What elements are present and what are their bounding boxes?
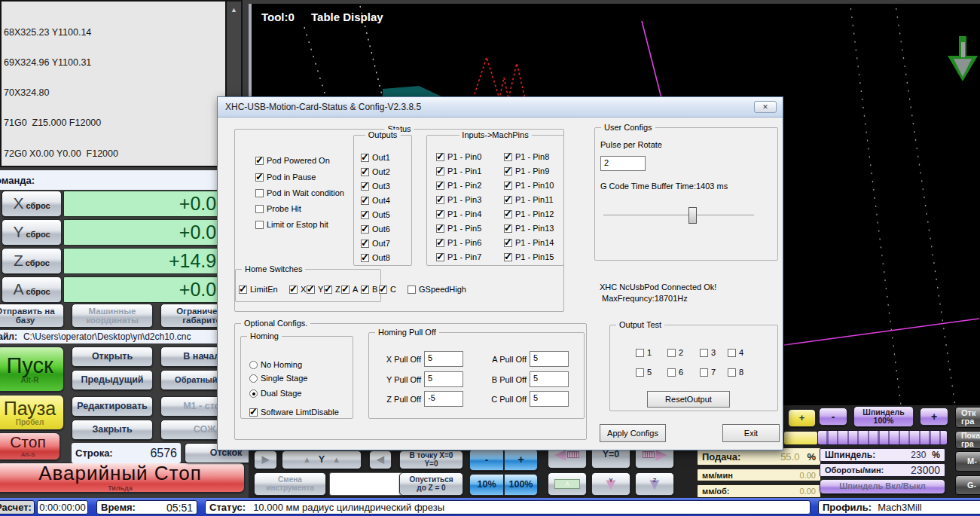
gcode-list[interactable]: 68X325.23 Y1100.14 69X324.96 Y1100.31 70… <box>2 2 225 166</box>
jog-x-minus-button[interactable]: ◀ <box>369 450 392 469</box>
checkbox-pin7[interactable]: P1 - Pin7 <box>436 252 481 262</box>
checkbox-out7[interactable]: Out7 <box>361 238 390 249</box>
checkbox-pin11[interactable]: P1 - Pin11 <box>504 194 554 205</box>
line-number-box[interactable]: Строка: 6576 <box>72 443 181 463</box>
spindle-percent-box[interactable]: Шпиндель: 230 % <box>820 448 945 462</box>
checkbox-test-4[interactable]: 4 <box>728 347 743 358</box>
edge-button-1[interactable]: Отк гра <box>955 407 980 428</box>
checkbox-pin4[interactable]: P1 - Pin4 <box>436 209 481 219</box>
checkbox-pod-in-pause[interactable]: Pod in Pause <box>255 172 316 182</box>
jog-step-minus-button[interactable]: - <box>469 449 504 471</box>
spindle-rpm-box[interactable]: Обороты/мин: 23000 <box>820 463 945 477</box>
checkbox-test-3[interactable]: 3 <box>700 347 716 358</box>
checkbox-test-8[interactable]: 8 <box>728 367 743 377</box>
z-pull-off-input[interactable]: -5 <box>424 391 463 407</box>
checkbox-pin13[interactable]: P1 - Pin13 <box>504 223 554 234</box>
y-zero-button[interactable]: Y сброс <box>2 219 62 246</box>
checkbox-test-1[interactable]: 1 <box>636 347 652 358</box>
y-down-arrow-button[interactable]: ▼ Y <box>591 472 630 496</box>
pause-button[interactable]: Пауза Пробел <box>0 395 64 430</box>
checkbox-limiten[interactable]: LimitEn <box>239 284 278 295</box>
stop-button[interactable]: Стоп Alt-S <box>0 432 60 460</box>
checkbox-test-2[interactable]: 2 <box>667 347 683 358</box>
checkbox-pin2[interactable]: P1 - Pin2 <box>436 180 481 191</box>
checkbox-pin15[interactable]: P1 - Pin15 <box>504 252 554 262</box>
close-file-button[interactable]: Закрыть <box>72 420 153 440</box>
radio-dual-stage[interactable]: Dual Stage <box>249 388 301 398</box>
open-file-button[interactable]: Открыть <box>72 347 153 367</box>
a-zero-button[interactable]: A сброс <box>2 276 62 303</box>
jog-10pct-button[interactable]: 10% <box>469 474 504 496</box>
checkbox-test-7[interactable]: 7 <box>700 367 716 377</box>
checkbox-home-y[interactable]: Y <box>307 284 323 295</box>
checkbox-out6[interactable]: Out6 <box>361 224 390 234</box>
z-zero-button[interactable]: Z сброс <box>2 248 62 274</box>
radio-single-stage[interactable]: Single Stage <box>249 373 307 383</box>
spindle-100pct-button[interactable]: Шпиндель 100% <box>853 406 914 427</box>
chevron-up-button[interactable]: ∧ <box>548 472 587 496</box>
checkbox-test-5[interactable]: 5 <box>636 367 652 377</box>
checkbox-pin12[interactable]: P1 - Pin12 <box>504 209 554 219</box>
c-pull-off-input[interactable]: 5 <box>530 391 569 407</box>
checkbox-pin5[interactable]: P1 - Pin5 <box>436 223 481 234</box>
checkbox-pod-in-wait[interactable]: Pod in Wait condition <box>255 188 344 198</box>
radio-no-homing[interactable]: No Homing <box>249 359 302 370</box>
x-zero-button[interactable]: X сброс <box>2 191 62 217</box>
spindle-plus-button[interactable]: + <box>920 408 948 426</box>
checkbox-home-z[interactable]: Z <box>324 284 340 295</box>
jog-step-plus-button[interactable]: + <box>504 449 538 471</box>
edge-button-2[interactable]: Пока гра <box>955 431 980 449</box>
checkbox-test-6[interactable]: 6 <box>667 367 683 377</box>
checkbox-software-limit-disable[interactable]: Software LimtDisable <box>249 407 339 417</box>
checkbox-gspeedhigh[interactable]: GSpeedHigh <box>408 284 466 295</box>
b-pull-off-input[interactable]: 5 <box>530 371 569 387</box>
checkbox-pin1[interactable]: P1 - Pin1 <box>436 166 481 176</box>
checkbox-pin8[interactable]: P1 - Pin8 <box>504 151 549 162</box>
prev-line-button[interactable]: Предыдущий <box>72 370 153 390</box>
checkbox-pin14[interactable]: P1 - Pin14 <box>504 237 554 248</box>
jog-x-plus-button[interactable]: ▶ <box>254 450 277 469</box>
a-pull-off-input[interactable]: 5 <box>530 351 569 367</box>
command-row[interactable]: Команда: <box>0 170 218 190</box>
checkbox-home-a[interactable]: A <box>341 284 358 295</box>
buffer-slider-thumb[interactable] <box>688 207 697 224</box>
checkbox-out1[interactable]: Out1 <box>361 152 390 163</box>
checkbox-pod-powered-on[interactable]: Pod Powered On <box>255 155 330 166</box>
tool-change-button[interactable]: Смена инструмента <box>254 472 326 496</box>
y-pull-off-input[interactable]: 5 <box>424 371 463 387</box>
checkbox-pin3[interactable]: P1 - Pin3 <box>436 194 481 205</box>
reset-output-button[interactable]: ResetOutput <box>647 391 730 408</box>
goto-xy-zero-button[interactable]: В точку X=0 Y=0 <box>399 450 463 469</box>
checkbox-home-x[interactable]: X <box>289 284 306 295</box>
z-down-arrow-button[interactable]: ▼ Z <box>635 472 674 496</box>
apply-configs-button[interactable]: Apply Configs <box>600 424 666 442</box>
buffer-slider-track[interactable] <box>603 215 754 216</box>
edit-file-button[interactable]: Редактировать <box>72 396 153 417</box>
exit-button[interactable]: Exit <box>722 424 780 442</box>
goto-z-zero-button[interactable]: Опуститься до Z = 0 <box>399 472 463 496</box>
checkbox-out3[interactable]: Out3 <box>361 181 390 191</box>
checkbox-home-c[interactable]: C <box>379 284 396 295</box>
checkbox-out2[interactable]: Out2 <box>361 166 390 177</box>
jog-y-button[interactable]: ▲ Y ▲ <box>282 450 362 469</box>
x-pull-off-input[interactable]: 5 <box>424 351 463 367</box>
checkbox-pin9[interactable]: P1 - Pin9 <box>504 166 549 176</box>
emergency-stop-button[interactable]: Аварийный Стоп Тильда <box>0 463 245 493</box>
feed-plus-button[interactable]: + <box>788 409 816 427</box>
dialog-titlebar[interactable]: XHC-USB-Motion-Card-Status & Config-V2.3… <box>218 97 783 118</box>
edge-button-3[interactable]: М- <box>955 451 980 472</box>
checkbox-out5[interactable]: Out5 <box>361 209 390 220</box>
checkbox-pin10[interactable]: P1 - Pin10 <box>504 180 554 191</box>
spindle-toggle-button[interactable]: Шпиндель Вкл/Выкл <box>820 479 945 494</box>
checkbox-pin0[interactable]: P1 - Pin0 <box>436 151 481 162</box>
pulse-per-rotate-input[interactable]: 2 <box>600 156 646 171</box>
checkbox-home-b[interactable]: B <box>361 284 377 295</box>
checkbox-out4[interactable]: Out4 <box>361 195 390 206</box>
edge-button-4[interactable]: G- <box>955 475 980 495</box>
checkbox-out8[interactable]: Out8 <box>361 252 390 263</box>
checkbox-probe-hit[interactable]: Probe Hit <box>255 203 301 214</box>
goto-home-button[interactable]: Отправить на базу <box>0 304 64 328</box>
cycle-start-button[interactable]: Пуск Alt-R <box>0 347 64 392</box>
scroll-up-icon[interactable]: ▲ <box>230 6 237 14</box>
checkbox-pin6[interactable]: P1 - Pin6 <box>436 237 481 248</box>
